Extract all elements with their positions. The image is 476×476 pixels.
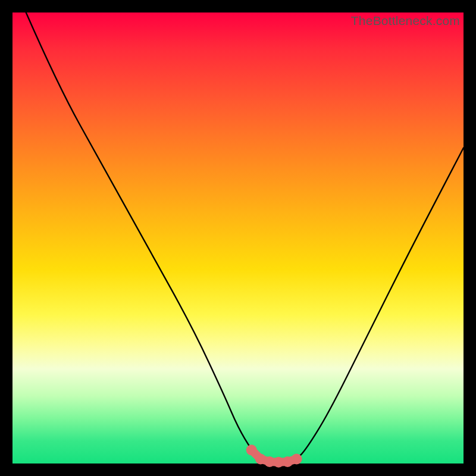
plot-area: TheBottleneck.com — [12, 12, 464, 464]
bottleneck-curve — [26, 12, 464, 462]
curve-layer — [12, 12, 464, 464]
highlight-dot — [255, 453, 266, 464]
highlight-dot — [246, 444, 257, 455]
chart-frame: TheBottleneck.com — [0, 0, 476, 476]
highlight-dot — [292, 453, 302, 464]
